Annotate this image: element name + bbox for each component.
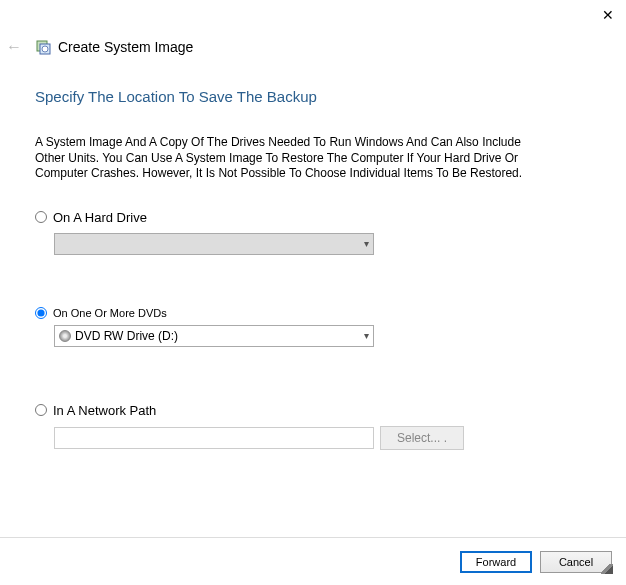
option-network[interactable]: In A Network Path xyxy=(35,403,596,418)
close-icon[interactable]: ✕ xyxy=(600,8,616,24)
label-hard-drive: On A Hard Drive xyxy=(53,210,147,225)
option-hard-drive[interactable]: On A Hard Drive xyxy=(35,210,596,225)
system-image-icon xyxy=(36,39,52,55)
select-hard-drive: ▾ xyxy=(54,233,374,255)
radio-hard-drive[interactable] xyxy=(35,211,47,223)
radio-dvd[interactable] xyxy=(35,307,47,319)
header: ← Create System Image xyxy=(6,38,193,56)
footer: Forward Cancel xyxy=(0,537,626,585)
cancel-button[interactable]: Cancel xyxy=(540,551,612,573)
disc-icon xyxy=(59,330,71,342)
select-network-button: Select... . xyxy=(380,426,464,450)
option-dvd[interactable]: On One Or More DVDs xyxy=(35,307,596,319)
network-path-input[interactable] xyxy=(54,427,374,449)
chevron-down-icon: ▾ xyxy=(364,238,369,249)
select-dvd[interactable]: DVD RW Drive (D:) ▾ xyxy=(54,325,374,347)
label-dvd: On One Or More DVDs xyxy=(53,307,167,319)
back-arrow-icon[interactable]: ← xyxy=(6,38,22,56)
radio-network[interactable] xyxy=(35,404,47,416)
main-content: Specify The Location To Save The Backup … xyxy=(35,88,596,450)
chevron-down-icon[interactable]: ▾ xyxy=(364,330,369,341)
window-title: Create System Image xyxy=(58,39,193,55)
description-text: A System Image And A Copy Of The Drives … xyxy=(35,135,540,182)
page-heading: Specify The Location To Save The Backup xyxy=(35,88,596,105)
title-wrap: Create System Image xyxy=(36,39,193,55)
forward-button[interactable]: Forward xyxy=(460,551,532,573)
label-network: In A Network Path xyxy=(53,403,156,418)
svg-point-2 xyxy=(42,46,48,52)
select-dvd-value: DVD RW Drive (D:) xyxy=(75,329,178,343)
